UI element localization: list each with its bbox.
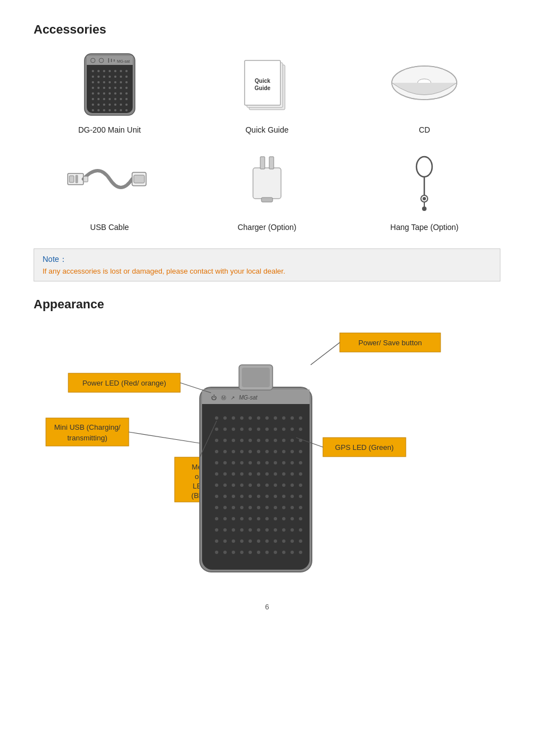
svg-point-229 <box>291 528 294 532</box>
svg-point-86 <box>423 197 426 200</box>
svg-point-139 <box>274 439 277 442</box>
svg-point-251 <box>291 551 294 554</box>
svg-point-34 <box>114 87 116 89</box>
svg-point-242 <box>215 551 218 554</box>
svg-point-161 <box>274 461 277 464</box>
charger-label: Charger (Option) <box>237 223 296 232</box>
svg-line-255 <box>311 342 340 365</box>
svg-rect-78 <box>83 176 88 182</box>
svg-point-218 <box>291 517 294 520</box>
svg-point-111 <box>223 416 227 420</box>
svg-point-116 <box>265 416 269 420</box>
svg-point-172 <box>274 472 277 476</box>
svg-point-152 <box>291 450 294 453</box>
svg-point-24 <box>97 81 100 83</box>
svg-point-197 <box>299 495 302 498</box>
svg-point-192 <box>257 495 260 498</box>
accessory-device: MG-sat DG-200 Main Unit <box>34 48 185 134</box>
svg-point-204 <box>265 506 269 509</box>
svg-point-27 <box>114 81 116 83</box>
svg-point-120 <box>299 416 302 420</box>
svg-point-131 <box>299 428 302 431</box>
svg-point-137 <box>257 439 260 442</box>
svg-point-26 <box>109 81 111 83</box>
svg-point-147 <box>249 450 252 453</box>
svg-point-17 <box>97 76 100 78</box>
svg-point-64 <box>125 109 128 111</box>
svg-point-225 <box>257 528 260 532</box>
accessory-charger: Charger (Option) <box>191 145 343 232</box>
svg-point-183 <box>274 483 277 487</box>
svg-point-128 <box>274 428 277 431</box>
svg-point-112 <box>232 416 235 420</box>
svg-point-39 <box>103 92 105 95</box>
svg-point-124 <box>240 428 243 431</box>
svg-point-195 <box>282 495 285 498</box>
svg-point-207 <box>291 506 294 509</box>
svg-point-240 <box>291 539 294 543</box>
svg-point-162 <box>282 461 285 464</box>
svg-point-213 <box>249 517 252 520</box>
svg-point-230 <box>299 528 302 532</box>
svg-point-214 <box>257 517 260 520</box>
usb-image <box>65 145 154 218</box>
svg-point-21 <box>120 76 122 78</box>
svg-point-198 <box>215 506 218 509</box>
svg-text:MG-sat: MG-sat <box>239 395 258 401</box>
svg-point-127 <box>265 428 269 431</box>
svg-point-115 <box>257 416 260 420</box>
svg-point-20 <box>114 76 116 78</box>
svg-point-12 <box>109 70 111 72</box>
svg-point-48 <box>114 98 116 100</box>
svg-point-203 <box>257 506 260 509</box>
svg-point-143 <box>215 450 218 453</box>
svg-rect-74 <box>69 176 74 182</box>
svg-point-181 <box>257 483 260 487</box>
svg-point-58 <box>92 109 94 111</box>
svg-point-132 <box>215 439 218 442</box>
svg-point-190 <box>240 495 243 498</box>
svg-point-59 <box>97 109 100 111</box>
svg-point-63 <box>120 109 122 111</box>
svg-point-52 <box>97 104 100 106</box>
note-text: If any accessories is lost or damaged, p… <box>43 267 491 275</box>
svg-point-234 <box>240 539 243 543</box>
svg-point-150 <box>274 450 277 453</box>
svg-point-29 <box>125 81 128 83</box>
svg-point-140 <box>282 439 285 442</box>
svg-point-216 <box>274 517 277 520</box>
svg-point-199 <box>223 506 227 509</box>
svg-point-232 <box>223 539 227 543</box>
svg-point-167 <box>232 472 235 476</box>
svg-point-133 <box>223 439 227 442</box>
svg-point-174 <box>291 472 294 476</box>
svg-point-51 <box>92 104 94 106</box>
page-number: 6 <box>34 603 500 611</box>
svg-point-28 <box>120 81 122 83</box>
svg-point-138 <box>265 439 269 442</box>
svg-point-219 <box>299 517 302 520</box>
svg-point-250 <box>282 551 285 554</box>
svg-point-228 <box>282 528 285 532</box>
svg-point-220 <box>215 528 218 532</box>
svg-point-41 <box>114 92 116 95</box>
svg-point-193 <box>265 495 269 498</box>
svg-point-54 <box>109 104 111 106</box>
svg-point-212 <box>240 517 243 520</box>
svg-point-118 <box>282 416 285 420</box>
svg-point-249 <box>274 551 277 554</box>
svg-point-135 <box>240 439 243 442</box>
svg-point-113 <box>240 416 243 420</box>
cd-label: CD <box>419 125 430 134</box>
svg-point-129 <box>282 428 285 431</box>
svg-point-211 <box>232 517 235 520</box>
svg-point-200 <box>232 506 235 509</box>
svg-point-171 <box>265 472 269 476</box>
svg-point-196 <box>291 495 294 498</box>
svg-point-221 <box>223 528 227 532</box>
accessory-quickguide: Quick Guide Quick Guide <box>191 48 343 134</box>
svg-point-15 <box>125 70 128 72</box>
svg-point-148 <box>257 450 260 453</box>
svg-point-49 <box>120 98 122 100</box>
hangtape-label: Hang Tape (Option) <box>390 223 458 232</box>
